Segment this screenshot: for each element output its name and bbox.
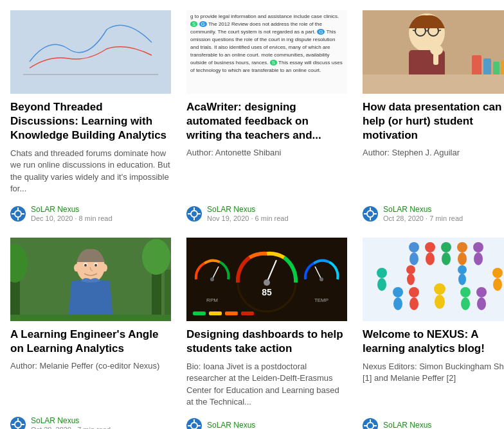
card-3-avatar [363,206,378,222]
card-learning-engineer: A Learning Engineer's Angle on Learning … [10,238,171,429]
card-2-avatar [186,206,202,222]
card-1-title[interactable]: Beyond Threaded Discussions: Learning wi… [10,100,171,143]
card-6-title[interactable]: Welcome to NEXUS: A learning analytics b… [363,328,504,356]
card-4-avatar [10,417,26,429]
svg-text:Jan 21: Jan 21 [139,79,151,83]
svg-rect-74 [193,311,206,315]
svg-point-92 [473,242,483,252]
svg-rect-45 [165,270,171,321]
svg-text:RPM: RPM [206,297,218,303]
svg-point-112 [367,423,374,429]
card-acawriter: g to provide legal information and assis… [186,10,347,222]
svg-rect-35 [433,49,438,65]
svg-point-105 [461,297,470,310]
svg-point-84 [409,242,419,252]
card-6-subtitle: Nexus Editors: Simon Buckingham Shum [1]… [363,361,504,384]
svg-point-106 [476,287,487,297]
card-beyond-threaded: Dec 21 Jan 7 Jan 18 Jan 21 knowledge bui… [10,10,171,222]
card-6-meta: SoLAR Nexus [363,413,504,429]
svg-point-91 [458,252,467,265]
card-5-image: 85 RPM TEMP [186,238,347,321]
svg-point-52 [94,264,97,267]
card-3-author: Author: Stephen J. Aguilar [363,148,504,157]
svg-point-56 [15,421,21,428]
svg-point-109 [407,274,415,285]
card-2-meta: SoLAR Nexus Nov 19, 2020 · 6 min read [186,200,347,222]
card-1-date: Dec 10, 2020 · 8 min read [31,214,113,222]
card-1-meta: SoLAR Nexus Dec 10, 2020 · 8 min read [10,200,171,222]
svg-text:85: 85 [262,287,272,297]
svg-rect-76 [225,311,238,315]
svg-text:TEMP: TEMP [314,297,328,303]
card-1-publisher[interactable]: SoLAR Nexus [31,205,113,214]
card-welcome-nexus: Welcome to NEXUS: A learning analytics b… [363,238,504,429]
card-1-image: Dec 21 Jan 7 Jan 18 Jan 21 knowledge bui… [10,10,171,94]
card-5-meta-info: SoLAR Nexus [207,421,255,429]
svg-point-68 [210,277,214,281]
card-4-meta-info: SoLAR Nexus Oct 28, 2020 · 7 min read [31,416,111,429]
svg-point-64 [264,279,270,286]
svg-point-86 [425,242,435,252]
card-3-title[interactable]: How data presentation can help (or hurt)… [363,100,504,143]
svg-point-78 [191,423,197,429]
svg-rect-77 [241,311,254,315]
svg-point-96 [492,268,503,278]
svg-point-108 [406,265,415,274]
svg-point-85 [410,252,419,265]
card-5-publisher[interactable]: SoLAR Nexus [207,421,255,429]
svg-point-88 [441,242,451,252]
svg-point-90 [457,242,467,252]
svg-point-100 [409,287,419,297]
card-6-meta-info: SoLAR Nexus [383,421,431,429]
card-5-avatar [186,418,202,429]
svg-point-110 [458,265,467,274]
card-dashboards: 85 RPM TEMP [186,238,347,429]
svg-line-30 [413,30,415,31]
card-1-meta-info: SoLAR Nexus Dec 10, 2020 · 8 min read [31,205,113,222]
svg-point-95 [377,278,386,291]
card-3-meta: SoLAR Nexus Oct 28, 2020 · 7 min read [363,200,504,222]
svg-point-51 [84,264,87,267]
svg-point-97 [493,278,502,291]
svg-point-111 [458,274,466,285]
svg-text:knowledge: knowledge [37,85,53,89]
card-2-publisher[interactable]: SoLAR Nexus [207,205,289,214]
card-1-avatar [10,206,26,222]
svg-point-98 [393,287,403,297]
card-6-avatar [363,418,378,429]
card-6-publisher[interactable]: SoLAR Nexus [383,421,431,429]
card-5-subtitle: Bio: Ioana Jivet is a postdoctoral resea… [186,361,347,408]
card-3-date: Oct 28, 2020 · 7 min read [383,214,463,222]
svg-point-102 [434,283,446,295]
card-2-image: g to provide legal information and assis… [186,10,347,94]
card-3-meta-info: SoLAR Nexus Oct 28, 2020 · 7 min read [383,205,463,222]
svg-point-93 [474,252,483,265]
card-4-meta: SoLAR Nexus Oct 28, 2020 · 7 min read [10,411,171,429]
svg-point-53 [74,264,79,272]
svg-rect-55 [10,315,171,321]
svg-line-31 [438,30,441,31]
svg-text:Jan 7: Jan 7 [62,79,71,83]
svg-point-89 [442,252,451,265]
card-4-author: Author: Melanie Peffer (co-editor Nexus) [10,361,171,371]
svg-point-104 [460,287,471,297]
svg-text:builds: builds [79,85,88,89]
card-1-subtitle: Chats and threaded forums dominate how w… [10,148,171,195]
svg-point-17 [191,211,197,217]
card-2-date: Nov 19, 2020 · 6 min read [207,214,289,222]
svg-rect-36 [363,74,504,94]
svg-text:Jan 18: Jan 18 [100,79,113,83]
svg-rect-75 [209,311,222,315]
article-grid: Dec 21 Jan 7 Jan 18 Jan 21 knowledge bui… [0,0,504,429]
svg-point-99 [393,297,402,310]
svg-rect-0 [10,10,171,94]
svg-point-12 [15,211,21,217]
card-3-image [363,10,504,94]
card-4-title[interactable]: A Learning Engineer's Angle on Learning … [10,328,171,356]
card-5-title[interactable]: Designing dashboards to help students ta… [186,328,347,356]
card-3-publisher[interactable]: SoLAR Nexus [383,205,463,214]
card-2-title[interactable]: AcaWriter: designing automated feedback … [186,100,347,143]
card-4-publisher[interactable]: SoLAR Nexus [31,416,111,425]
card-data-presentation: How data presentation can help (or hurt)… [363,10,504,222]
svg-point-47 [142,239,170,275]
